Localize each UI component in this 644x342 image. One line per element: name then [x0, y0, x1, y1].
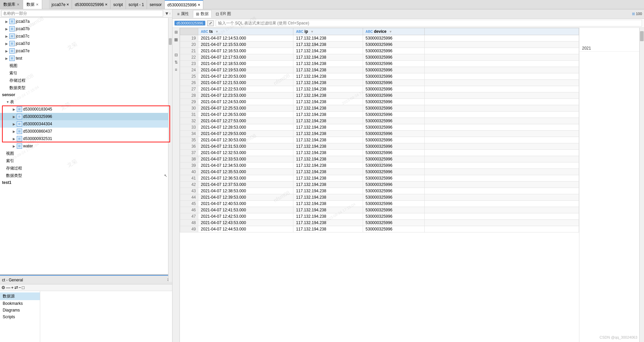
cell-ip[interactable]: 117.132.194.238 — [293, 226, 363, 232]
table-view-button[interactable]: ▦ — [173, 37, 179, 43]
tab-sensor[interactable]: sensor — [147, 0, 165, 9]
cell-ip[interactable]: 117.132.194.238 — [293, 207, 363, 213]
cell-ip[interactable]: 117.132.194.238 — [293, 99, 363, 105]
cell-ip[interactable]: 117.132.194.238 — [293, 137, 363, 143]
tree-item-index2[interactable]: 索引 — [0, 157, 172, 164]
cell-device[interactable]: 530000325996 — [363, 137, 424, 143]
vertical-scrollbar[interactable] — [168, 18, 172, 282]
cell-ip[interactable]: 117.132.194.238 — [293, 92, 363, 99]
cell-ip[interactable]: 117.132.194.238 — [293, 48, 363, 54]
cell-ts[interactable]: 2021-04-07 12:17:53.000 — [198, 54, 293, 61]
tab-d530000325996-1[interactable]: d530000325996 ✕ — [72, 0, 111, 9]
cell-ts[interactable]: 2021-04-07 12:34:53.000 — [198, 162, 293, 169]
cell-ip[interactable]: 117.132.194.238 — [293, 124, 363, 131]
cell-ip[interactable]: 117.132.194.238 — [293, 188, 363, 194]
cell-ts[interactable]: 2021-04-07 12:33:53.000 — [198, 156, 293, 162]
cell-device[interactable]: 530000325996 — [363, 67, 424, 73]
cell-ip[interactable]: 117.132.194.238 — [293, 112, 363, 118]
cell-device[interactable]: 530000325996 — [363, 169, 424, 175]
cell-ts[interactable]: 2021-04-07 12:37:53.000 — [198, 182, 293, 188]
minus-icon[interactable]: — — [6, 285, 10, 290]
tab-data-view[interactable]: ⊞ 数据 — [193, 10, 212, 18]
cell-device[interactable]: 530000325996 — [363, 188, 424, 194]
search-input[interactable] — [1, 10, 163, 17]
minimize-icon[interactable]: − — [19, 285, 21, 290]
col-header-ip[interactable]: ABC ip ▼ — [293, 28, 363, 35]
cell-ts[interactable]: 2021-04-07 12:20:53.000 — [198, 73, 293, 80]
tree-item-jcca07b[interactable]: ▶ ⊞ jcca07b — [0, 25, 172, 32]
cell-ip[interactable]: 117.132.194.238 — [293, 169, 363, 175]
cell-device[interactable]: 530000325996 — [363, 220, 424, 226]
cell-ts[interactable]: 2021-04-07 12:16:53.000 — [198, 48, 293, 54]
tab-script[interactable]: script — [111, 0, 126, 9]
cell-device[interactable]: 530000325996 — [363, 54, 424, 61]
tree-item-water[interactable]: ▶ ⊞ water — [0, 142, 172, 150]
tree-item-d530000183045[interactable]: ▶ ⊞ d530000183045 — [0, 106, 172, 113]
tab-database[interactable]: 数据库 ✕ — [0, 0, 23, 9]
cell-ts[interactable]: 2021-04-07 12:31:53.000 — [198, 143, 293, 150]
tree-item-d530000325996[interactable]: ▶ ⊞ d530000325996 — [0, 113, 172, 120]
close-icon[interactable]: ✕ — [36, 3, 39, 6]
table-row[interactable]: 33 2021-04-07 12:28:53.000 117.132.194.2… — [180, 124, 579, 131]
cell-ip[interactable]: 117.132.194.238 — [293, 118, 363, 124]
cell-ts[interactable]: 2021-04-07 12:23:53.000 — [198, 92, 293, 99]
cell-ip[interactable]: 117.132.194.238 — [293, 213, 363, 220]
tree-item-procedure2[interactable]: 存储过程 — [0, 164, 172, 172]
cell-ip[interactable]: 117.132.194.238 — [293, 162, 363, 169]
cell-device[interactable]: 530000325996 — [363, 207, 424, 213]
cell-ts[interactable]: 2021-04-07 12:21:53.000 — [198, 80, 293, 86]
sort-button[interactable]: ⇅ — [173, 59, 179, 65]
filter-button[interactable]: ⊟ — [173, 52, 179, 58]
maximize-icon[interactable]: □ — [22, 285, 24, 290]
cell-ip[interactable]: 117.132.194.238 — [293, 194, 363, 201]
cell-device[interactable]: 530000325996 — [363, 118, 424, 124]
cell-ip[interactable]: 117.132.194.238 — [293, 201, 363, 207]
table-row[interactable]: 26 2021-04-07 12:21:53.000 117.132.194.2… — [180, 80, 579, 86]
col-header-ts[interactable]: ABC ts ▼ — [198, 28, 293, 35]
cell-ts[interactable]: 2021-04-07 12:43:53.000 — [198, 220, 293, 226]
table-row[interactable]: 27 2021-04-07 12:22:53.000 117.132.194.2… — [180, 86, 579, 92]
table-row[interactable]: 34 2021-04-07 12:29:53.000 117.132.194.2… — [180, 131, 579, 137]
cell-device[interactable]: 530000325996 — [363, 131, 424, 137]
cell-device[interactable]: 530000325996 — [363, 86, 424, 92]
cell-device[interactable]: 530000325996 — [363, 226, 424, 232]
cell-device[interactable]: 530000325996 — [363, 112, 424, 118]
tab-jcca07e[interactable]: jcca07e ✕ — [49, 0, 72, 9]
tab-properties[interactable]: ≡ 属性 — [174, 10, 192, 17]
cell-device[interactable]: 530000325996 — [363, 99, 424, 105]
table-row[interactable]: 22 2021-04-07 12:17:53.000 117.132.194.2… — [180, 54, 579, 61]
cell-device[interactable]: 530000325996 — [363, 162, 424, 169]
cell-ts[interactable]: 2021-04-07 12:14:53.000 — [198, 35, 293, 42]
cell-ts[interactable]: 2021-04-07 12:19:53.000 — [198, 67, 293, 73]
cell-device[interactable]: 530000325996 — [363, 150, 424, 156]
table-row[interactable]: 44 2021-04-07 12:39:53.000 117.132.194.2… — [180, 194, 579, 201]
table-row[interactable]: 32 2021-04-07 12:27:53.000 117.132.194.2… — [180, 118, 579, 124]
cell-ts[interactable]: 2021-04-07 12:26:53.000 — [198, 112, 293, 118]
cell-ts[interactable]: 2021-04-07 12:22:53.000 — [198, 86, 293, 92]
grid-view-button[interactable]: ⊞ — [173, 29, 179, 35]
cell-ip[interactable]: 117.132.194.238 — [293, 156, 363, 162]
bottom-tab-datasource[interactable]: 数据源 — [0, 292, 40, 300]
cell-ip[interactable]: 117.132.194.238 — [293, 35, 363, 42]
tab-d530000325996-active[interactable]: d530000325996 ✕ — [165, 0, 203, 9]
settings-icon[interactable]: ⚙ — [1, 285, 5, 290]
tree-item-d530000932531[interactable]: ▶ ⊞ d530000932531 — [0, 135, 172, 142]
sql-filter-input[interactable] — [216, 20, 642, 26]
refresh-icon[interactable]: ⇄ — [14, 285, 18, 290]
cell-ip[interactable]: 117.132.194.238 — [293, 73, 363, 80]
cell-ts[interactable]: 2021-04-07 12:41:53.000 — [198, 207, 293, 213]
tree-item-jcca07e[interactable]: ▶ ⊞ jcca07e — [0, 47, 172, 55]
cell-ts[interactable]: 2021-04-07 12:32:53.000 — [198, 150, 293, 156]
cell-device[interactable]: 530000325996 — [363, 35, 424, 42]
cell-ip[interactable]: 117.132.194.238 — [293, 42, 363, 48]
cell-ts[interactable]: 2021-04-07 12:30:53.000 — [198, 137, 293, 143]
table-row[interactable]: 37 2021-04-07 12:32:53.000 117.132.194.2… — [180, 150, 579, 156]
col-header-device[interactable]: ABC device ▼ — [363, 28, 424, 35]
cell-device[interactable]: 530000325996 — [363, 201, 424, 207]
table-row[interactable]: 42 2021-04-07 12:37:53.000 117.132.194.2… — [180, 182, 579, 188]
cell-device[interactable]: 530000325996 — [363, 175, 424, 182]
cell-ts[interactable]: 2021-04-07 12:39:53.000 — [198, 194, 293, 201]
cell-ip[interactable]: 117.132.194.238 — [293, 61, 363, 67]
bottom-tab-bookmarks[interactable]: Bookmarks — [0, 300, 40, 307]
cell-device[interactable]: 530000325996 — [363, 80, 424, 86]
